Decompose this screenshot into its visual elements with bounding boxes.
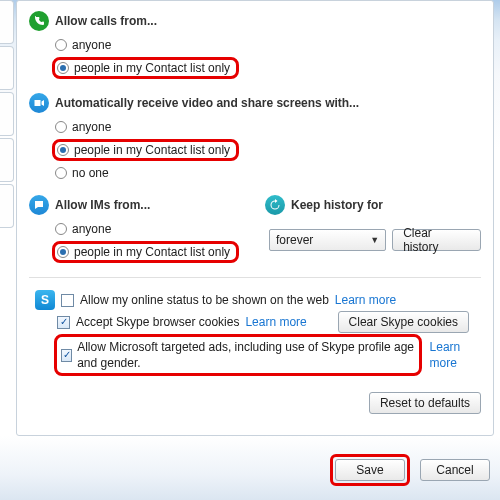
radio-icon	[57, 246, 69, 258]
history-select[interactable]: forever ▼	[269, 229, 386, 251]
reset-defaults-button[interactable]: Reset to defaults	[369, 392, 481, 414]
sidebar-tabs	[0, 0, 14, 300]
divider	[29, 277, 481, 278]
sidebar-tab[interactable]	[0, 46, 14, 90]
radio-calls-contacts[interactable]: people in my Contact list only	[29, 55, 481, 81]
checkbox-icon: ✓	[57, 316, 70, 329]
learn-more-link[interactable]: Learn more	[335, 292, 396, 308]
radio-icon	[55, 121, 67, 133]
sidebar-tab[interactable]	[0, 138, 14, 182]
chevron-down-icon: ▼	[370, 235, 379, 245]
check-online-status[interactable]: S Allow my online status to be shown on …	[29, 288, 481, 312]
checkbox-icon	[61, 294, 74, 307]
select-value: forever	[276, 233, 313, 247]
section-title: Automatically receive video and share sc…	[55, 96, 359, 110]
section-calls: Allow calls from... anyone people in my …	[29, 11, 481, 81]
check-label: Allow my online status to be shown on th…	[80, 292, 329, 308]
clear-skype-cookies-button[interactable]: Clear Skype cookies	[338, 311, 469, 333]
radio-label: anyone	[72, 221, 111, 237]
sidebar-tab[interactable]	[0, 0, 14, 44]
check-label: Accept Skype browser cookies	[76, 314, 239, 330]
cancel-button[interactable]: Cancel	[420, 459, 490, 481]
radio-icon	[57, 62, 69, 74]
radio-video-anyone[interactable]: anyone	[29, 117, 481, 137]
radio-label: people in my Contact list only	[74, 244, 230, 260]
radio-calls-anyone[interactable]: anyone	[29, 35, 481, 55]
chat-icon	[29, 195, 49, 215]
highlight-box: people in my Contact list only	[52, 57, 239, 79]
save-button[interactable]: Save	[335, 459, 405, 481]
video-icon	[29, 93, 49, 113]
highlight-box: people in my Contact list only	[52, 139, 239, 161]
phone-icon	[29, 11, 49, 31]
highlight-box: people in my Contact list only	[52, 241, 239, 263]
history-icon	[265, 195, 285, 215]
section-history: Keep history for forever ▼ Clear history	[265, 195, 481, 251]
radio-ims-anyone[interactable]: anyone	[29, 219, 245, 239]
learn-more-link[interactable]: Learn more	[245, 314, 306, 330]
privacy-panel: Allow calls from... anyone people in my …	[16, 0, 494, 436]
checkbox-icon: ✓	[61, 349, 72, 362]
skype-icon: S	[35, 290, 55, 310]
radio-icon	[55, 167, 67, 179]
radio-icon	[55, 39, 67, 51]
radio-label: anyone	[72, 119, 111, 135]
section-ims-history: Allow IMs from... anyone people in my Co…	[29, 195, 481, 265]
radio-label: no one	[72, 165, 109, 181]
clear-history-button[interactable]: Clear history	[392, 229, 481, 251]
radio-label: anyone	[72, 37, 111, 53]
learn-more-link[interactable]: Learn more	[430, 339, 481, 371]
check-targeted-ads[interactable]: ✓ Allow Microsoft targeted ads, includin…	[29, 332, 481, 378]
highlight-box: ✓ Allow Microsoft targeted ads, includin…	[54, 334, 422, 376]
section-misc-checks: S Allow my online status to be shown on …	[29, 288, 481, 378]
radio-label: people in my Contact list only	[74, 142, 230, 158]
radio-video-noone[interactable]: no one	[29, 163, 481, 183]
section-title: Allow IMs from...	[55, 198, 150, 212]
radio-icon	[55, 223, 67, 235]
section-video: Automatically receive video and share sc…	[29, 93, 481, 183]
radio-icon	[57, 144, 69, 156]
sidebar-tab[interactable]	[0, 184, 14, 228]
radio-label: people in my Contact list only	[74, 60, 230, 76]
sidebar-tab[interactable]	[0, 92, 14, 136]
highlight-box: Save	[330, 454, 410, 486]
check-browser-cookies[interactable]: ✓ Accept Skype browser cookies Learn mor…	[29, 312, 481, 332]
section-title: Keep history for	[291, 198, 383, 212]
radio-video-contacts[interactable]: people in my Contact list only	[29, 137, 481, 163]
radio-ims-contacts[interactable]: people in my Contact list only	[29, 239, 245, 265]
section-title: Allow calls from...	[55, 14, 157, 28]
check-label: Allow Microsoft targeted ads, including …	[77, 339, 414, 371]
section-ims: Allow IMs from... anyone people in my Co…	[29, 195, 245, 265]
dialog-buttons: Save Cancel	[330, 454, 490, 486]
